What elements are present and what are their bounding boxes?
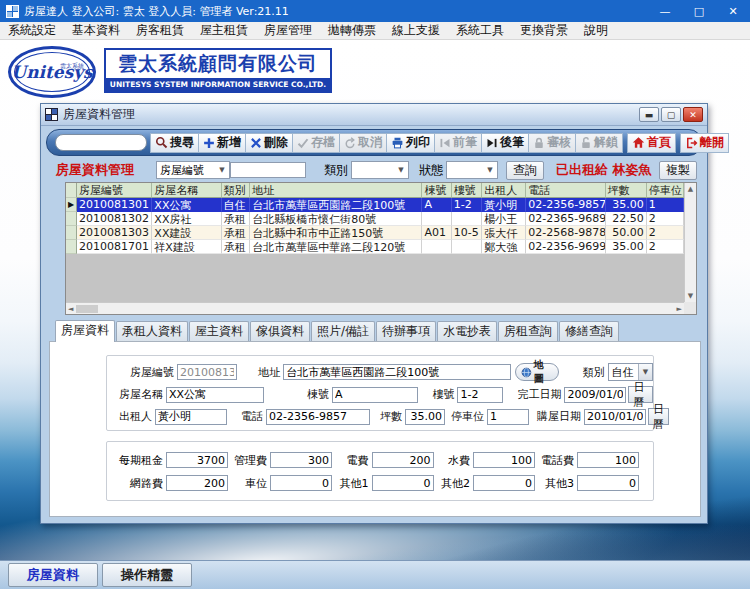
next-button[interactable]: 後筆 (481, 133, 529, 153)
table-cell[interactable]: 台北縣板橋市懷仁街80號 (250, 212, 422, 226)
menu-item[interactable]: 房客租賃 (128, 22, 192, 40)
table-cell[interactable]: XX公寓 (152, 198, 222, 212)
horizontal-scrollbar[interactable]: ◄ ► (66, 302, 684, 314)
home-button[interactable]: 首頁 (627, 133, 676, 153)
menu-item[interactable]: 基本資料 (64, 22, 128, 40)
purchase-date-field[interactable] (584, 409, 646, 425)
parking-field[interactable] (487, 409, 529, 425)
row-select-indicator[interactable] (66, 240, 77, 254)
table-cell[interactable]: 2 (647, 212, 684, 226)
save-button[interactable]: 存檔 (292, 133, 340, 153)
table-cell[interactable]: 承租 (222, 240, 250, 254)
table-cell[interactable]: 承租 (222, 226, 250, 240)
table-cell[interactable]: 2 (647, 226, 684, 240)
map-button[interactable]: 地圖 (515, 363, 559, 381)
scroll-down-icon[interactable]: ▼ (688, 292, 693, 300)
menu-item[interactable]: 房屋管理 (256, 22, 320, 40)
fee-field[interactable] (166, 475, 228, 491)
table-row[interactable]: 2010081302XX房社承租台北縣板橋市懷仁街80號楊小王02-2365-9… (66, 212, 684, 226)
column-header[interactable]: 坪數 (606, 183, 647, 198)
tab-6[interactable]: 待辦事項 (376, 321, 436, 342)
cancel-button[interactable]: 取消 (339, 133, 387, 153)
minimize-button[interactable]: — (648, 0, 682, 22)
table-cell[interactable] (452, 212, 482, 226)
add-button[interactable]: 新增 (198, 133, 246, 153)
table-cell[interactable]: 自住 (222, 198, 250, 212)
table-cell[interactable]: 黃小明 (482, 198, 526, 212)
vertical-scrollbar[interactable]: ▲ ▼ (684, 183, 696, 302)
fee-field[interactable] (473, 475, 535, 491)
table-row[interactable]: 2010081701祥X建設承租台北市萬華區中華路二段120號鄭大強02-235… (66, 240, 684, 254)
table-cell[interactable]: A (422, 198, 451, 212)
completion-calendar-button[interactable]: 日曆 (628, 386, 653, 403)
house-name-field[interactable] (166, 387, 264, 403)
house-id-field[interactable] (177, 364, 237, 380)
tab-5[interactable]: 照片/備註 (311, 321, 375, 342)
scrollbar-thumb[interactable] (76, 305, 98, 313)
status-filter-dropdown[interactable]: ▼ (446, 161, 498, 179)
inner-maximize-button[interactable]: ▢ (661, 107, 681, 122)
purchase-calendar-button[interactable]: 日曆 (648, 408, 669, 425)
address-field[interactable] (283, 364, 511, 380)
table-cell[interactable]: XX房社 (152, 212, 222, 226)
table-cell[interactable]: 50.00 (606, 226, 647, 240)
tab-4[interactable]: 傢俱資料 (250, 321, 310, 342)
table-cell[interactable]: 2010081301 (77, 198, 152, 212)
menu-item[interactable]: 屋主租賃 (192, 22, 256, 40)
table-row[interactable]: ▶2010081301XX公寓自住台北市萬華區西園路二段100號A1-2黃小明0… (66, 198, 684, 212)
table-cell[interactable]: 承租 (222, 212, 250, 226)
prev-button[interactable]: 前筆 (434, 133, 482, 153)
menu-item[interactable]: 系統設定 (0, 22, 64, 40)
table-cell[interactable]: 楊小王 (482, 212, 526, 226)
landlord-field[interactable] (155, 409, 227, 425)
table-cell[interactable]: 2 (647, 240, 684, 254)
tab-2[interactable]: 承租人資料 (116, 321, 188, 342)
column-header[interactable]: 樓號 (452, 183, 482, 198)
table-cell[interactable]: 台北縣中和市中正路150號 (250, 226, 422, 240)
audit-button[interactable]: 審核 (528, 133, 576, 153)
row-select-indicator[interactable] (66, 226, 77, 240)
completion-date-field[interactable] (564, 387, 626, 403)
scroll-up-icon[interactable]: ▲ (688, 185, 693, 193)
table-cell[interactable]: 35.00 (606, 198, 647, 212)
print-button[interactable]: 列印 (386, 133, 435, 153)
table-cell[interactable]: 02-2365-9689 (526, 212, 605, 226)
table-cell[interactable]: 02-2568-9878 (526, 226, 605, 240)
inner-close-button[interactable]: ✕ (683, 107, 703, 122)
column-header[interactable]: 地址 (250, 183, 422, 198)
filter-keyword-input[interactable] (230, 162, 306, 178)
table-cell[interactable]: 1-2 (452, 198, 482, 212)
tab-8[interactable]: 房租查詢 (498, 321, 558, 342)
query-button[interactable]: 查詢 (506, 161, 544, 180)
column-header[interactable]: 類別 (222, 183, 250, 198)
row-select-indicator[interactable]: ▶ (66, 198, 77, 212)
menu-item[interactable]: 拋轉傳票 (320, 22, 384, 40)
search-field-dropdown[interactable]: 房屋編號 ▼ (156, 161, 230, 179)
menu-item[interactable]: 更換背景 (512, 22, 576, 40)
unlock-button[interactable]: 解鎖 (575, 133, 623, 153)
exit-button[interactable]: 離開 (680, 133, 729, 153)
table-cell[interactable]: 10-5 (452, 226, 482, 240)
inner-minimize-button[interactable]: ▬ (639, 107, 659, 122)
table-cell[interactable]: 張大仟 (482, 226, 526, 240)
fee-field[interactable] (473, 452, 535, 468)
table-cell[interactable]: XX建設 (152, 226, 222, 240)
fee-field[interactable] (270, 475, 332, 491)
fee-field[interactable] (577, 452, 639, 468)
category-filter-dropdown[interactable]: ▼ (351, 161, 409, 179)
table-cell[interactable]: 2010081302 (77, 212, 152, 226)
table-cell[interactable] (422, 212, 451, 226)
building-field[interactable] (332, 387, 418, 403)
area-field[interactable] (405, 409, 445, 425)
menu-item[interactable]: 說明 (576, 22, 616, 40)
column-header[interactable]: 電話 (526, 183, 605, 198)
fee-field[interactable] (372, 475, 434, 491)
table-cell[interactable]: 祥X建設 (152, 240, 222, 254)
scroll-left-icon[interactable]: ◄ (68, 305, 73, 313)
scroll-right-icon[interactable]: ► (677, 305, 682, 313)
column-header[interactable]: 棟號 (422, 183, 451, 198)
fee-field[interactable] (577, 475, 639, 491)
table-cell[interactable]: 02-2356-9699 (526, 240, 605, 254)
fee-field[interactable] (166, 452, 228, 468)
floor-field[interactable] (457, 387, 503, 403)
